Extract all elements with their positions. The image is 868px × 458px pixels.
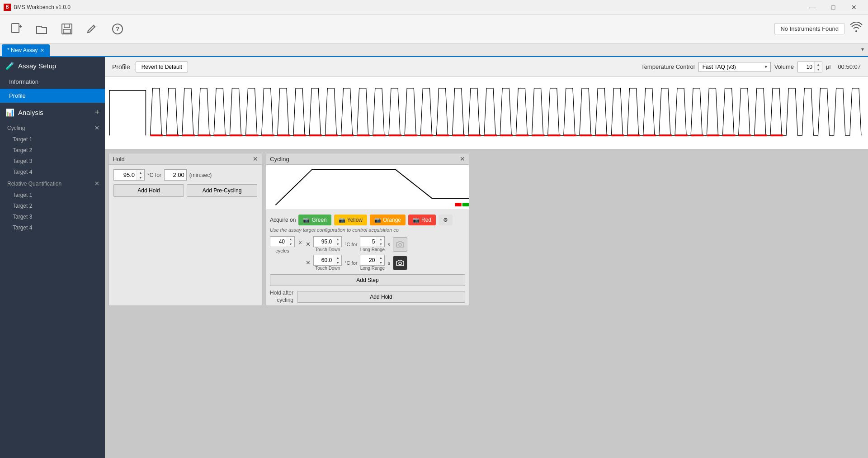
remove-rq-button[interactable]: ✕ bbox=[94, 180, 99, 187]
analysis-header[interactable]: 📊 Analysis + bbox=[0, 103, 105, 122]
channel-yellow-button[interactable]: 📷 Yellow bbox=[334, 215, 367, 225]
step-1-temp-up[interactable]: ▲ bbox=[334, 237, 341, 242]
step-1-for-label: °C for bbox=[344, 242, 357, 247]
svg-rect-14 bbox=[230, 134, 242, 136]
add-precycling-button[interactable]: Add Pre-Cycling bbox=[187, 184, 257, 197]
step-1-time-up[interactable]: ▲ bbox=[377, 237, 384, 242]
svg-rect-49 bbox=[266, 165, 469, 210]
channel-red-button[interactable]: 📷 Red bbox=[408, 215, 436, 225]
volume-label: Volume bbox=[774, 63, 794, 70]
title-bar: B BMS Workbench v1.0.0 — □ ✕ bbox=[0, 0, 868, 14]
hold-temp-up-button[interactable]: ▲ bbox=[137, 170, 144, 175]
edit-button[interactable] bbox=[81, 18, 103, 40]
cycles-up-button[interactable]: ▲ bbox=[287, 237, 294, 242]
svg-rect-0 bbox=[12, 24, 19, 33]
open-file-button[interactable] bbox=[31, 18, 52, 40]
rq-target-4[interactable]: Target 4 bbox=[0, 222, 105, 233]
cycles-row: ▲ ▼ cycles × ✕ bbox=[266, 234, 469, 272]
add-analysis-button[interactable]: + bbox=[94, 108, 99, 117]
step-2-time-down[interactable]: ▼ bbox=[377, 260, 384, 265]
step-2-camera-button[interactable] bbox=[393, 256, 407, 270]
cycles-down-button[interactable]: ▼ bbox=[287, 242, 294, 247]
step-2-time-input[interactable] bbox=[360, 256, 377, 265]
hold-temp-down-button[interactable]: ▼ bbox=[137, 175, 144, 180]
analysis-icon: 📊 bbox=[5, 108, 14, 117]
save-file-button[interactable] bbox=[56, 18, 78, 40]
revert-to-default-button[interactable]: Revert to Default bbox=[136, 62, 188, 72]
rq-target-1[interactable]: Target 1 bbox=[0, 190, 105, 200]
svg-rect-20 bbox=[325, 134, 338, 136]
step-2-temp-input[interactable] bbox=[314, 256, 334, 265]
add-step-button[interactable]: Add Step bbox=[270, 274, 465, 286]
svg-rect-24 bbox=[389, 134, 401, 136]
step-1-time-down[interactable]: ▼ bbox=[377, 242, 384, 247]
svg-rect-47 bbox=[755, 134, 767, 136]
hold-temp-input[interactable] bbox=[114, 170, 137, 180]
hold-time-input[interactable] bbox=[164, 169, 187, 181]
svg-point-52 bbox=[399, 243, 401, 246]
rq-group-header: Relative Quantification ✕ bbox=[0, 177, 105, 190]
cycles-input-wrap: ▲ ▼ bbox=[270, 236, 295, 247]
cycling-panel-close-button[interactable]: ✕ bbox=[460, 155, 465, 162]
channel-orange-button[interactable]: 📷 Orange bbox=[370, 215, 406, 225]
minimize-button[interactable]: — bbox=[802, 0, 823, 14]
remove-cycling-button[interactable]: ✕ bbox=[94, 124, 99, 131]
step-2-temp-up[interactable]: ▲ bbox=[334, 255, 341, 260]
step-1-remove-button[interactable]: ✕ bbox=[306, 241, 311, 248]
sidebar-item-profile[interactable]: Profile bbox=[0, 89, 105, 103]
assay-setup-header[interactable]: 🧪 Assay Setup bbox=[0, 57, 105, 75]
step-2-time-unit: Long Range bbox=[360, 266, 385, 271]
tab-bar: * New Assay ✕ ▾ bbox=[0, 43, 868, 57]
close-button[interactable]: ✕ bbox=[844, 0, 864, 14]
hold-panel-close-button[interactable]: ✕ bbox=[253, 155, 258, 162]
volume-up-button[interactable]: ▲ bbox=[815, 62, 822, 67]
camera-icon-green: 📷 bbox=[303, 217, 310, 223]
no-instruments-label: No Instruments Found bbox=[774, 23, 844, 34]
new-assay-tab[interactable]: * New Assay ✕ bbox=[2, 44, 50, 56]
cycles-input[interactable] bbox=[270, 237, 287, 246]
rq-target-3[interactable]: Target 3 bbox=[0, 211, 105, 222]
sidebar-item-information[interactable]: Information bbox=[0, 75, 105, 89]
add-hold-button[interactable]: Add Hold bbox=[113, 184, 184, 197]
maximize-button[interactable]: □ bbox=[823, 0, 844, 14]
camera-icon-yellow: 📷 bbox=[339, 217, 345, 223]
step-2-temp-sublabel: Touch Down bbox=[315, 266, 340, 271]
step-2-remove-button[interactable]: ✕ bbox=[306, 259, 311, 266]
cycling-target-4[interactable]: Target 4 bbox=[0, 167, 105, 177]
app-title: BMS Workbench v1.0.0 bbox=[14, 4, 802, 10]
tab-dropdown-button[interactable]: ▾ bbox=[857, 43, 868, 56]
flask-icon: 🧪 bbox=[5, 62, 14, 70]
step-1-time-input[interactable] bbox=[360, 237, 377, 246]
step-2-time-up[interactable]: ▲ bbox=[377, 255, 384, 260]
svg-rect-26 bbox=[420, 134, 433, 136]
volume-down-button[interactable]: ▼ bbox=[815, 67, 822, 72]
tab-close-button[interactable]: ✕ bbox=[40, 48, 44, 53]
profile-header: Profile Revert to Default Temperature Co… bbox=[105, 57, 868, 77]
svg-rect-11 bbox=[182, 134, 195, 136]
step-1-camera-button[interactable] bbox=[393, 237, 407, 252]
add-hold-after-cycling-button[interactable]: Add Hold bbox=[297, 291, 465, 303]
rq-target-2[interactable]: Target 2 bbox=[0, 200, 105, 211]
temp-control-select[interactable]: Fast TAQ (v3) Standard TAQ Custom bbox=[698, 62, 771, 72]
step-1-temp-down[interactable]: ▼ bbox=[334, 242, 341, 247]
step-2-temp-down[interactable]: ▼ bbox=[334, 260, 341, 265]
svg-rect-43 bbox=[691, 134, 703, 136]
cycling-target-1[interactable]: Target 1 bbox=[0, 134, 105, 145]
hold-panel-title: Hold bbox=[113, 156, 125, 162]
profile-svg bbox=[105, 77, 868, 149]
volume-input[interactable] bbox=[798, 62, 814, 72]
cycling-target-3[interactable]: Target 3 bbox=[0, 156, 105, 167]
step-1-temp-input[interactable] bbox=[314, 237, 334, 246]
cycling-panel: Cycling ✕ Acquire on bbox=[266, 153, 469, 306]
content-area: Profile Revert to Default Temperature Co… bbox=[105, 57, 868, 458]
channel-green-button[interactable]: 📷 Green bbox=[298, 215, 331, 225]
window-controls: — □ ✕ bbox=[802, 0, 864, 14]
help-button[interactable]: ? bbox=[107, 18, 128, 40]
panels-row: Hold ✕ ▲ ▼ °C for (mi bbox=[105, 149, 868, 310]
svg-rect-19 bbox=[309, 134, 322, 136]
new-file-button[interactable] bbox=[5, 18, 27, 40]
cycling-group-header: Cycling ✕ bbox=[0, 122, 105, 134]
cycling-target-2[interactable]: Target 2 bbox=[0, 145, 105, 156]
channel-settings-button[interactable]: ⚙ bbox=[439, 215, 453, 225]
step-row-1: ✕ ▲ ▼ Touch Down bbox=[306, 236, 465, 252]
